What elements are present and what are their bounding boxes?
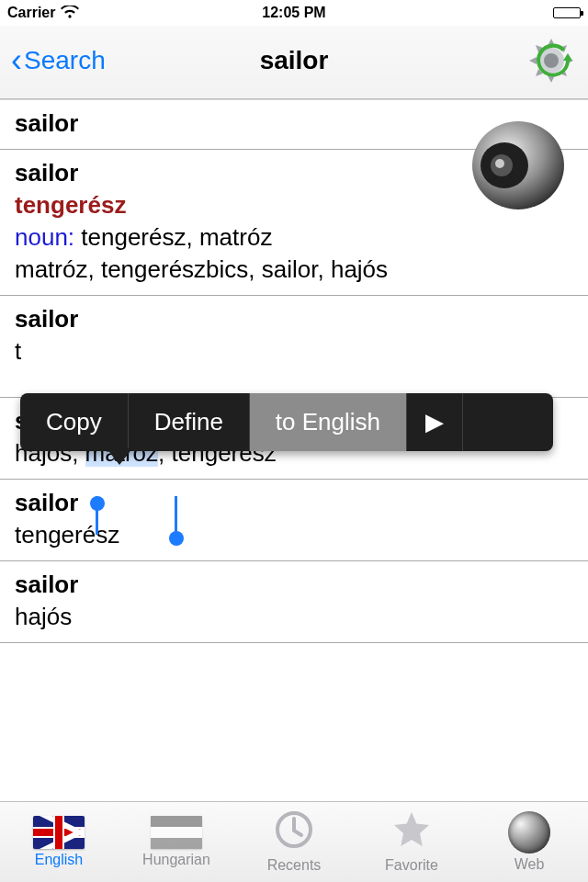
- headword: sailor: [15, 305, 573, 334]
- headword: sailor: [15, 571, 573, 599]
- tab-label: Web: [514, 856, 545, 873]
- nav-bar: ‹ Search sailor: [0, 26, 588, 99]
- context-menu-tail: [107, 448, 132, 465]
- svg-point-1: [544, 53, 559, 68]
- uk-flag-icon: [33, 816, 85, 849]
- tab-label: Recents: [267, 857, 322, 874]
- translations-line: t: [15, 337, 573, 366]
- globe-icon: [508, 811, 550, 854]
- selection-handle-bar[interactable]: [175, 496, 177, 535]
- context-menu: Copy Define to English ▶: [20, 393, 553, 451]
- battery-icon: [553, 7, 581, 18]
- svg-point-5: [495, 159, 504, 168]
- part-of-speech: noun:: [15, 223, 74, 251]
- tab-hungarian[interactable]: Hungarian: [118, 802, 235, 882]
- tab-bar: English Hungarian Recents Favorite Web: [0, 801, 588, 882]
- pronounce-button[interactable]: [465, 110, 571, 217]
- content-area: sailor sailor tengerész noun: tengerész,…: [0, 99, 588, 801]
- tab-label: English: [35, 852, 83, 868]
- selection-handle-start[interactable]: [90, 496, 105, 511]
- chevron-left-icon: ‹: [11, 44, 22, 77]
- dictionary-entry[interactable]: sailor tengerész: [0, 480, 588, 561]
- copy-menu-item[interactable]: Copy: [20, 393, 129, 451]
- selection-handle-end[interactable]: [169, 531, 184, 546]
- gear-refresh-icon: [526, 35, 577, 86]
- dictionary-entry[interactable]: sailor hajós: [0, 561, 588, 643]
- tab-web[interactable]: Web: [470, 802, 588, 882]
- dictionary-entry[interactable]: sailor t: [0, 296, 588, 398]
- status-bar: Carrier 12:05 PM: [0, 0, 588, 26]
- tab-recents[interactable]: Recents: [235, 802, 353, 882]
- star-icon: [391, 810, 432, 854]
- define-menu-item[interactable]: Define: [129, 393, 250, 451]
- translations-line: tengerész: [15, 521, 573, 549]
- clock-icon: [275, 810, 313, 854]
- hu-flag-icon: [151, 816, 202, 849]
- tab-favorite[interactable]: Favorite: [353, 802, 470, 882]
- back-button[interactable]: ‹ Search: [11, 44, 106, 77]
- clock: 12:05 PM: [0, 5, 588, 21]
- translations-line: hajós: [15, 603, 573, 631]
- tab-label: Favorite: [385, 857, 438, 874]
- back-label: Search: [24, 46, 106, 75]
- to-english-menu-item[interactable]: to English: [250, 393, 407, 451]
- more-menu-item[interactable]: ▶: [407, 393, 463, 451]
- translations-line: matróz, tengerészbics, sailor, hajós: [15, 255, 573, 284]
- pos-line: noun: tengerész, matróz: [15, 223, 573, 252]
- settings-button[interactable]: [526, 35, 577, 86]
- tab-label: Hungarian: [142, 852, 210, 868]
- speaker-icon: [465, 110, 571, 217]
- tab-english[interactable]: English: [0, 802, 118, 882]
